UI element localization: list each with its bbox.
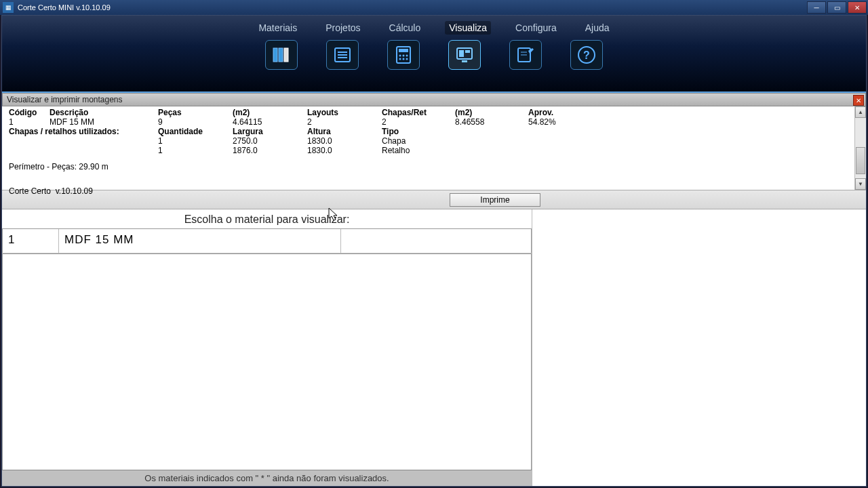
toolbar-configura-icon[interactable] [509, 40, 542, 70]
hdr-chapas-util: Chapas / retalhos utilizados: [9, 127, 158, 136]
info-area: Código Descrição Peças (m2) Layouts Chap… [2, 106, 866, 190]
version-text: Corte Certo v.10.10.09 [9, 186, 93, 196]
svg-point-13 [403, 58, 405, 60]
window-title: Corte Certo MINI v.10.10.09 [18, 3, 807, 12]
val-descricao: MDF 15 MM [50, 117, 158, 127]
hdr-descricao: Descrição [50, 108, 158, 117]
menu-configura[interactable]: Configura [511, 21, 561, 35]
val-l1: 2750.0 [233, 136, 307, 146]
svg-point-9 [399, 55, 401, 57]
menu-visualiza[interactable]: Visualiza [445, 21, 491, 35]
val-a2: 1830.0 [307, 146, 382, 155]
val-a1: 1830.0 [307, 136, 382, 146]
hdr-m2b: (m2) [455, 108, 528, 117]
panel-titlebar: Visualizar e imprimir montagens ✕ [2, 93, 866, 106]
svg-point-14 [406, 58, 408, 60]
hdr-altura: Altura [307, 127, 382, 136]
val-m2b: 8.46558 [455, 117, 528, 127]
toolbar-visualiza-icon[interactable] [448, 40, 481, 70]
panel-close-button[interactable]: ✕ [853, 95, 864, 106]
menu-projetos[interactable]: Projetos [321, 21, 364, 35]
hdr-aprov: Aprov. [528, 108, 583, 117]
app-icon: ▦ [3, 2, 14, 13]
preview-area [532, 209, 866, 486]
materials-header: Escolha o material para visualizar: [2, 209, 532, 228]
svg-point-12 [399, 58, 401, 60]
scroll-thumb[interactable] [856, 147, 865, 174]
titlebar: ▦ Corte Certo MINI v.10.10.09 ─ ▭ ✕ [0, 0, 868, 15]
materials-empty-area [2, 254, 532, 486]
svg-rect-2 [284, 48, 288, 62]
hdr-m2a: (m2) [233, 108, 307, 117]
svg-rect-17 [465, 50, 470, 53]
perimetro-text: Perímetro - Peças: 29.90 m [9, 162, 108, 171]
material-row[interactable]: 1 MDF 15 MM [2, 229, 532, 253]
menu-row: Materiais Projetos Cálculo Visualiza Con… [2, 16, 866, 35]
toolbar: Materiais Projetos Cálculo Visualiza Con… [2, 16, 866, 93]
svg-rect-16 [459, 50, 464, 57]
svg-rect-0 [273, 48, 277, 62]
materials-footer: Os materiais indicados com " * " ainda n… [2, 470, 532, 486]
toolbar-ajuda-icon[interactable]: ? [570, 40, 603, 70]
hdr-pecas: Peças [158, 108, 233, 117]
scroll-up-icon[interactable]: ▲ [855, 106, 866, 118]
menu-ajuda[interactable]: Ajuda [581, 21, 614, 35]
toolbar-projetos-icon[interactable] [326, 40, 359, 70]
hdr-layouts: Layouts [307, 108, 382, 117]
menu-calculo[interactable]: Cálculo [385, 21, 425, 35]
val-m2a: 4.64115 [233, 117, 307, 127]
val-codigo: 1 [9, 117, 50, 127]
materials-panel: Escolha o material para visualizar: 1 MD… [2, 209, 532, 486]
val-l2: 1876.0 [233, 146, 307, 155]
svg-point-10 [403, 55, 405, 57]
material-extra [341, 229, 532, 253]
info-scrollbar[interactable]: ▲ ▼ [854, 106, 866, 190]
material-id: 1 [2, 229, 59, 253]
hdr-largura: Largura [233, 127, 307, 136]
val-layouts: 2 [307, 117, 382, 127]
material-name: MDF 15 MM [59, 229, 341, 253]
hdr-quantidade: Quantidade [158, 127, 233, 136]
val-t2: Retalho [382, 146, 455, 155]
maximize-button[interactable]: ▭ [827, 1, 846, 14]
toolbar-materiais-icon[interactable] [265, 40, 298, 70]
val-q1: 1 [158, 136, 233, 146]
val-chapasret: 2 [382, 117, 455, 127]
svg-rect-8 [399, 49, 408, 52]
val-aprov: 54.82% [528, 117, 583, 127]
hdr-tipo: Tipo [382, 127, 455, 136]
hdr-codigo: Código [9, 108, 50, 117]
svg-point-11 [406, 55, 408, 57]
scroll-down-icon[interactable]: ▼ [855, 178, 866, 190]
hdr-chapasret: Chapas/Ret [382, 108, 455, 117]
close-button[interactable]: ✕ [848, 1, 867, 14]
svg-rect-18 [462, 60, 467, 62]
menu-materiais[interactable]: Materiais [254, 21, 301, 35]
val-pecas: 9 [158, 117, 233, 127]
toolbar-calculo-icon[interactable] [387, 40, 420, 70]
svg-text:?: ? [583, 49, 590, 61]
svg-rect-1 [279, 48, 283, 62]
minimize-button[interactable]: ─ [807, 1, 826, 14]
val-t1: Chapa [382, 136, 455, 146]
panel-title-text: Visualizar e imprimir montagens [7, 95, 123, 104]
val-q2: 1 [158, 146, 233, 155]
